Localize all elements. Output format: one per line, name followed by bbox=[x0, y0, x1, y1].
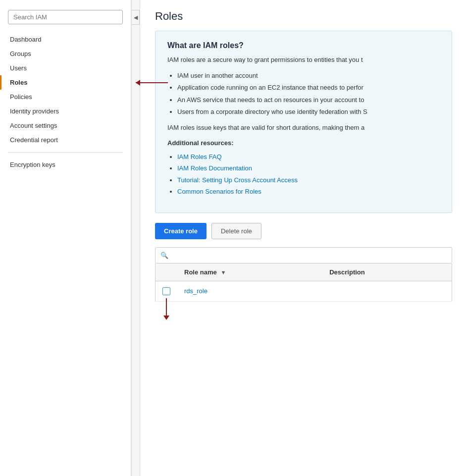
sidebar-item-account-settings[interactable]: Account settings bbox=[0, 118, 131, 133]
list-item-common-scenarios: Common Scenarios for Roles bbox=[177, 187, 440, 197]
info-box-bullet-item: IAM user in another account bbox=[177, 71, 440, 81]
search-box-container bbox=[0, 10, 131, 32]
info-box-title: What are IAM roles? bbox=[167, 41, 440, 50]
info-box-bullet-item: An AWS service that needs to act on reso… bbox=[177, 95, 440, 105]
info-box-bullet-item: Application code running on an EC2 insta… bbox=[177, 83, 440, 93]
link-tutorial-cross-account[interactable]: Tutorial: Setting Up Cross Account Acces… bbox=[177, 176, 298, 184]
sidebar-item-roles[interactable]: Roles bbox=[0, 75, 131, 90]
role-description-cell bbox=[322, 281, 452, 302]
table-header-description: Description bbox=[322, 264, 452, 281]
table-header-row: Role name ▼ Description bbox=[156, 264, 452, 281]
nav-list: Dashboard Groups Users Roles Policies bbox=[0, 32, 131, 147]
main-content: Roles What are IAM roles? IAM roles are … bbox=[140, 0, 467, 476]
nav-list-bottom: Encryption keys bbox=[0, 158, 131, 172]
role-name-cell: rds_role bbox=[177, 281, 322, 302]
role-search-input[interactable]: rds_role bbox=[171, 248, 447, 263]
filter-search-icon: 🔍 bbox=[160, 252, 168, 259]
sidebar-item-identity-providers[interactable]: Identity providers bbox=[0, 104, 131, 118]
sidebar-item-credential-report[interactable]: Credential report bbox=[0, 133, 131, 147]
sidebar-item-policies[interactable]: Policies bbox=[0, 90, 131, 104]
roles-table: Role name ▼ Description bbox=[155, 264, 452, 302]
list-item-iam-faq: IAM Roles FAQ bbox=[177, 152, 440, 162]
table-row: rds_role bbox=[156, 281, 452, 302]
list-item-tutorial: Tutorial: Setting Up Cross Account Acces… bbox=[177, 175, 440, 185]
sort-icon: ▼ bbox=[220, 269, 226, 275]
delete-role-button[interactable]: Delete role bbox=[211, 223, 261, 239]
info-box-bullet-list: IAM user in another account Application … bbox=[177, 71, 440, 117]
role-search-container: 🔍 rds_role bbox=[155, 247, 452, 264]
link-common-scenarios[interactable]: Common Scenarios for Roles bbox=[177, 188, 261, 195]
sidebar-item-users[interactable]: Users bbox=[0, 61, 131, 75]
link-iam-roles-faq[interactable]: IAM Roles FAQ bbox=[177, 153, 222, 160]
collapse-sidebar-handle[interactable]: ◀ bbox=[131, 0, 140, 476]
table-header-checkbox bbox=[156, 264, 178, 281]
search-iam-input[interactable] bbox=[8, 10, 123, 24]
link-iam-roles-documentation[interactable]: IAM Roles Documentation bbox=[177, 164, 252, 172]
sidebar-item-dashboard[interactable]: Dashboard bbox=[0, 32, 131, 47]
table-header-role-name[interactable]: Role name ▼ bbox=[177, 264, 322, 281]
sidebar-item-encryption-keys[interactable]: Encryption keys bbox=[0, 158, 131, 172]
info-box-footer: IAM roles issue keys that are valid for … bbox=[167, 123, 440, 133]
list-item-iam-docs: IAM Roles Documentation bbox=[177, 163, 440, 173]
role-row-checkbox[interactable] bbox=[162, 287, 170, 295]
page-title: Roles bbox=[155, 10, 452, 23]
info-box-bullet-item: Users from a corporate directory who use… bbox=[177, 107, 440, 117]
info-box: What are IAM roles? IAM roles are a secu… bbox=[155, 31, 452, 213]
sidebar: Dashboard Groups Users Roles Policies bbox=[0, 0, 131, 476]
resources-label: Additional resources: bbox=[167, 138, 440, 148]
sidebar-item-groups[interactable]: Groups bbox=[0, 47, 131, 61]
role-name-link[interactable]: rds_role bbox=[184, 287, 208, 295]
action-buttons: Create role Delete role bbox=[155, 223, 452, 239]
collapse-icon: ◀ bbox=[132, 10, 140, 25]
row-checkbox-cell bbox=[156, 281, 178, 302]
nav-divider bbox=[8, 152, 123, 153]
create-role-button[interactable]: Create role bbox=[155, 223, 207, 239]
info-box-description: IAM roles are a secure way to grant perm… bbox=[167, 55, 440, 65]
resources-link-list: IAM Roles FAQ IAM Roles Documentation Tu… bbox=[177, 152, 440, 197]
